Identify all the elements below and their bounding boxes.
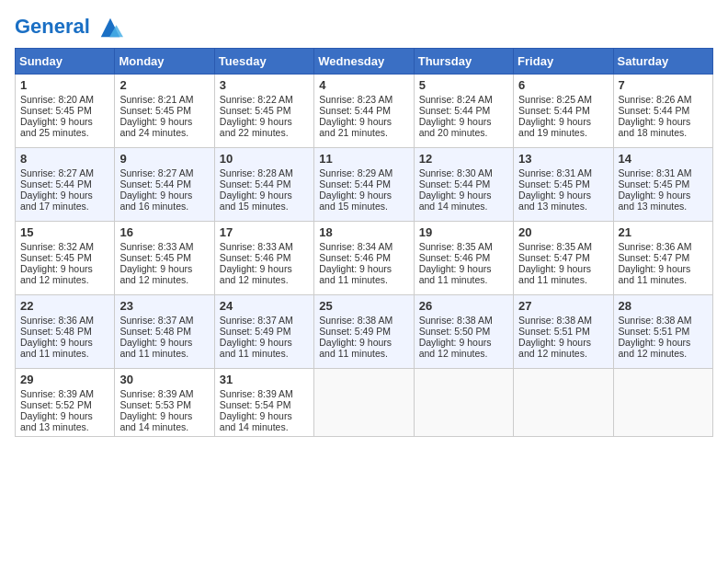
calendar-cell: 18Sunrise: 8:34 AMSunset: 5:46 PMDayligh… xyxy=(314,222,414,295)
cell-line: Daylight: 9 hours xyxy=(220,263,309,274)
cell-line: and 21 minutes. xyxy=(319,127,408,138)
calendar-cell: 14Sunrise: 8:31 AMSunset: 5:45 PMDayligh… xyxy=(613,148,712,222)
cell-line: Sunrise: 8:26 AM xyxy=(619,94,708,105)
cell-line: and 17 minutes. xyxy=(20,201,109,212)
calendar-cell: 8Sunrise: 8:27 AMSunset: 5:44 PMDaylight… xyxy=(16,148,115,222)
col-header-thursday: Thursday xyxy=(414,49,513,75)
calendar-cell: 21Sunrise: 8:36 AMSunset: 5:47 PMDayligh… xyxy=(613,222,712,295)
calendar-cell: 9Sunrise: 8:27 AMSunset: 5:44 PMDaylight… xyxy=(115,148,214,222)
cell-line: Sunset: 5:45 PM xyxy=(220,105,309,116)
cell-line: Sunrise: 8:28 AM xyxy=(220,167,309,178)
col-header-wednesday: Wednesday xyxy=(314,49,414,75)
col-header-sunday: Sunday xyxy=(16,49,115,75)
calendar-cell: 20Sunrise: 8:35 AMSunset: 5:47 PMDayligh… xyxy=(514,222,613,295)
calendar-cell xyxy=(314,369,414,437)
cell-line: Sunrise: 8:33 AM xyxy=(220,241,309,252)
day-number: 2 xyxy=(119,78,209,92)
day-number: 11 xyxy=(319,152,408,166)
cell-line: Daylight: 9 hours xyxy=(20,263,109,274)
cell-line: Daylight: 9 hours xyxy=(419,337,508,348)
calendar-cell: 24Sunrise: 8:37 AMSunset: 5:49 PMDayligh… xyxy=(214,295,313,369)
day-number: 23 xyxy=(119,299,209,313)
cell-line: and 11 minutes. xyxy=(319,274,408,285)
cell-line: Daylight: 9 hours xyxy=(20,337,109,348)
day-number: 6 xyxy=(518,78,608,92)
cell-line: Sunset: 5:48 PM xyxy=(119,326,209,337)
cell-line: Sunset: 5:45 PM xyxy=(619,178,708,190)
calendar-cell xyxy=(613,369,712,437)
logo-text: General xyxy=(15,15,123,40)
cell-line: Sunrise: 8:33 AM xyxy=(119,241,209,252)
cell-line: Sunset: 5:45 PM xyxy=(518,178,608,190)
calendar-cell: 1Sunrise: 8:20 AMSunset: 5:45 PMDaylight… xyxy=(16,75,115,148)
cell-line: Sunset: 5:44 PM xyxy=(220,178,309,190)
cell-line: Daylight: 9 hours xyxy=(220,410,309,421)
day-number: 24 xyxy=(220,299,309,313)
cell-line: Sunset: 5:46 PM xyxy=(319,252,408,263)
cell-line: and 12 minutes. xyxy=(518,348,608,359)
day-number: 10 xyxy=(220,152,309,166)
cell-line: Sunrise: 8:24 AM xyxy=(419,94,508,105)
cell-line: and 25 minutes. xyxy=(20,127,109,138)
calendar-cell: 26Sunrise: 8:38 AMSunset: 5:50 PMDayligh… xyxy=(414,295,513,369)
calendar-cell: 15Sunrise: 8:32 AMSunset: 5:45 PMDayligh… xyxy=(16,222,115,295)
cell-line: Sunrise: 8:23 AM xyxy=(319,94,408,105)
cell-line: and 19 minutes. xyxy=(518,127,608,138)
cell-line: Sunset: 5:44 PM xyxy=(319,178,408,190)
calendar-cell: 10Sunrise: 8:28 AMSunset: 5:44 PMDayligh… xyxy=(214,148,313,222)
cell-line: Sunset: 5:45 PM xyxy=(119,105,209,116)
cell-line: and 18 minutes. xyxy=(619,127,708,138)
cell-line: Daylight: 9 hours xyxy=(20,410,109,421)
day-number: 31 xyxy=(220,373,309,386)
cell-line: and 20 minutes. xyxy=(419,127,508,138)
cell-line: Daylight: 9 hours xyxy=(619,190,708,201)
cell-line: Daylight: 9 hours xyxy=(119,410,209,421)
cell-line: Daylight: 9 hours xyxy=(119,190,209,201)
cell-line: Daylight: 9 hours xyxy=(619,337,708,348)
cell-line: and 12 minutes. xyxy=(619,348,708,359)
cell-line: Sunset: 5:44 PM xyxy=(119,178,209,190)
day-number: 16 xyxy=(119,225,209,239)
cell-line: Daylight: 9 hours xyxy=(419,190,508,201)
calendar-cell: 19Sunrise: 8:35 AMSunset: 5:46 PMDayligh… xyxy=(414,222,513,295)
cell-line: and 11 minutes. xyxy=(20,348,109,359)
cell-line: Sunset: 5:50 PM xyxy=(419,326,508,337)
cell-line: Daylight: 9 hours xyxy=(319,116,408,127)
col-header-tuesday: Tuesday xyxy=(214,49,313,75)
cell-line: Sunrise: 8:38 AM xyxy=(619,315,708,326)
cell-line: Sunrise: 8:37 AM xyxy=(220,315,309,326)
cell-line: Sunset: 5:46 PM xyxy=(220,252,309,263)
cell-line: Sunset: 5:54 PM xyxy=(220,399,309,410)
cell-line: Daylight: 9 hours xyxy=(419,116,508,127)
cell-line: Daylight: 9 hours xyxy=(20,190,109,201)
cell-line: Sunset: 5:44 PM xyxy=(518,105,608,116)
cell-line: Sunset: 5:51 PM xyxy=(619,326,708,337)
logo: General xyxy=(15,15,123,40)
cell-line: Sunset: 5:52 PM xyxy=(20,399,109,410)
cell-line: Sunrise: 8:36 AM xyxy=(20,315,109,326)
cell-line: Daylight: 9 hours xyxy=(619,263,708,274)
cell-line: Sunset: 5:44 PM xyxy=(319,105,408,116)
day-number: 21 xyxy=(619,225,708,239)
cell-line: Sunset: 5:53 PM xyxy=(119,399,209,410)
cell-line: Sunrise: 8:30 AM xyxy=(419,167,508,178)
cell-line: Sunset: 5:44 PM xyxy=(419,105,508,116)
calendar-cell: 31Sunrise: 8:39 AMSunset: 5:54 PMDayligh… xyxy=(214,369,313,437)
cell-line: Daylight: 9 hours xyxy=(319,190,408,201)
cell-line: and 14 minutes. xyxy=(419,201,508,212)
cell-line: Sunrise: 8:36 AM xyxy=(619,241,708,252)
cell-line: Sunset: 5:45 PM xyxy=(20,105,109,116)
day-number: 14 xyxy=(619,152,708,166)
calendar-cell: 29Sunrise: 8:39 AMSunset: 5:52 PMDayligh… xyxy=(16,369,115,437)
day-number: 7 xyxy=(619,78,708,92)
cell-line: Daylight: 9 hours xyxy=(319,337,408,348)
day-number: 4 xyxy=(319,78,408,92)
cell-line: and 11 minutes. xyxy=(119,348,209,359)
cell-line: Sunrise: 8:34 AM xyxy=(319,241,408,252)
cell-line: Daylight: 9 hours xyxy=(518,190,608,201)
day-number: 12 xyxy=(419,152,508,166)
day-number: 18 xyxy=(319,225,408,239)
day-number: 27 xyxy=(518,299,608,313)
calendar-cell: 23Sunrise: 8:37 AMSunset: 5:48 PMDayligh… xyxy=(115,295,214,369)
cell-line: Daylight: 9 hours xyxy=(119,116,209,127)
